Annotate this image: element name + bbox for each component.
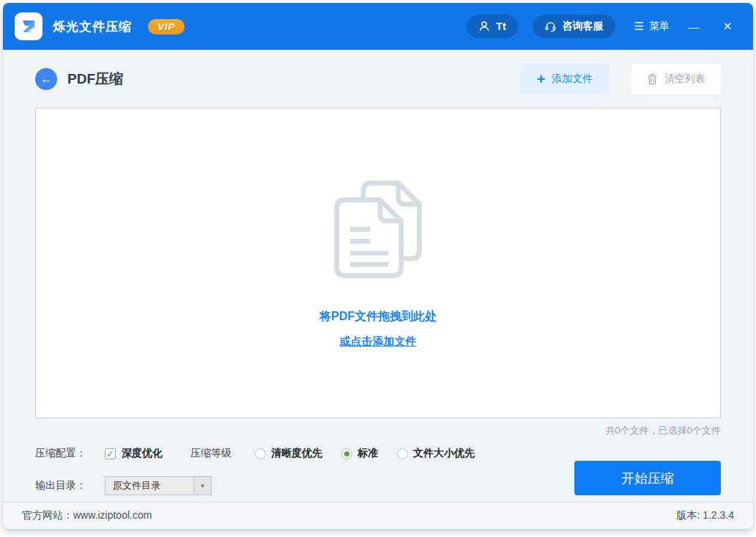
radio-clarity-first[interactable]: 清晰度优先 [255, 447, 322, 460]
check-icon: ✓ [106, 449, 114, 459]
radio-circle[interactable] [255, 448, 266, 459]
clear-list-label: 清空列表 [664, 73, 705, 86]
page-header-row: ← PDF压缩 + 添加文件 清空列表 [35, 64, 721, 95]
config-label: 压缩配置： [35, 447, 86, 460]
radio-label: 文件大小优先 [413, 447, 475, 460]
output-directory-value: 原文件目录 [105, 479, 193, 492]
compression-level-options: 清晰度优先 标准 文件大小优先 [255, 447, 475, 460]
version-label: 版本: 1.2.3.4 [676, 509, 734, 522]
close-button[interactable]: ✕ [718, 20, 737, 33]
start-compression-button[interactable]: 开始压缩 [574, 461, 721, 495]
compression-config-row: 压缩配置： ✓ 深度优化 压缩等级 清晰度优先 标准 [35, 445, 721, 462]
click-to-add-link[interactable]: 或点击添加文件 [340, 335, 417, 349]
radio-label: 清晰度优先 [271, 447, 322, 460]
drop-hint-text: 将PDF文件拖拽到此处 [319, 309, 437, 325]
user-account-button[interactable]: Tt [467, 15, 517, 38]
user-name: Tt [496, 21, 505, 32]
add-files-button[interactable]: + 添加文件 [520, 64, 609, 95]
deep-optimize-checkbox[interactable]: ✓ 深度优化 [105, 447, 163, 460]
title-bar: 烁光文件压缩 VIP Tt 咨询客服 [3, 3, 753, 50]
menu-label: 菜单 [649, 20, 670, 33]
official-website: 官方网站：www.iziptool.com [22, 509, 152, 522]
file-drop-zone[interactable]: 将PDF文件拖拽到此处 或点击添加文件 [35, 108, 721, 418]
vip-badge[interactable]: VIP [148, 19, 185, 34]
radio-label: 标准 [357, 447, 378, 460]
user-icon [478, 21, 490, 32]
deep-optimize-label: 深度优化 [122, 447, 163, 460]
output-label: 输出目录： [35, 479, 86, 492]
documents-icon [330, 177, 426, 281]
radio-circle[interactable] [397, 448, 408, 459]
main-content: ← PDF压缩 + 添加文件 清空列表 [3, 50, 753, 502]
back-button[interactable]: ← [35, 68, 57, 90]
dropdown-arrow-icon[interactable]: ▼ [193, 477, 211, 495]
page-title: PDF压缩 [67, 70, 123, 89]
output-directory-select[interactable]: 原文件目录 ▼ [105, 476, 212, 495]
file-count-status: 共0个文件，已选择0个文件 [35, 424, 721, 437]
status-bar: 官方网站：www.iziptool.com 版本: 1.2.3.4 [3, 502, 753, 529]
headset-icon [544, 21, 557, 33]
minimize-button[interactable]: — [684, 21, 703, 33]
app-logo-icon [15, 12, 42, 40]
add-files-label: 添加文件 [552, 73, 593, 86]
z-logo-glyph [20, 18, 37, 35]
hamburger-icon: ☰ [634, 20, 644, 33]
app-window: 烁光文件压缩 VIP Tt 咨询客服 [3, 3, 753, 529]
trash-icon [647, 73, 658, 85]
app-title: 烁光文件压缩 [53, 18, 132, 35]
customer-support-button[interactable]: 咨询客服 [533, 15, 615, 38]
checkbox-box[interactable]: ✓ [105, 448, 116, 459]
radio-standard[interactable]: 标准 [341, 447, 378, 460]
support-label: 咨询客服 [563, 20, 604, 33]
radio-circle[interactable] [341, 448, 352, 459]
clear-list-button[interactable]: 清空列表 [631, 64, 721, 95]
radio-size-first[interactable]: 文件大小优先 [397, 447, 475, 460]
level-label: 压缩等级 [190, 447, 231, 460]
plus-icon: + [537, 72, 546, 86]
menu-button[interactable]: ☰ 菜单 [634, 20, 670, 33]
settings-area: 压缩配置： ✓ 深度优化 压缩等级 清晰度优先 标准 [35, 445, 721, 495]
